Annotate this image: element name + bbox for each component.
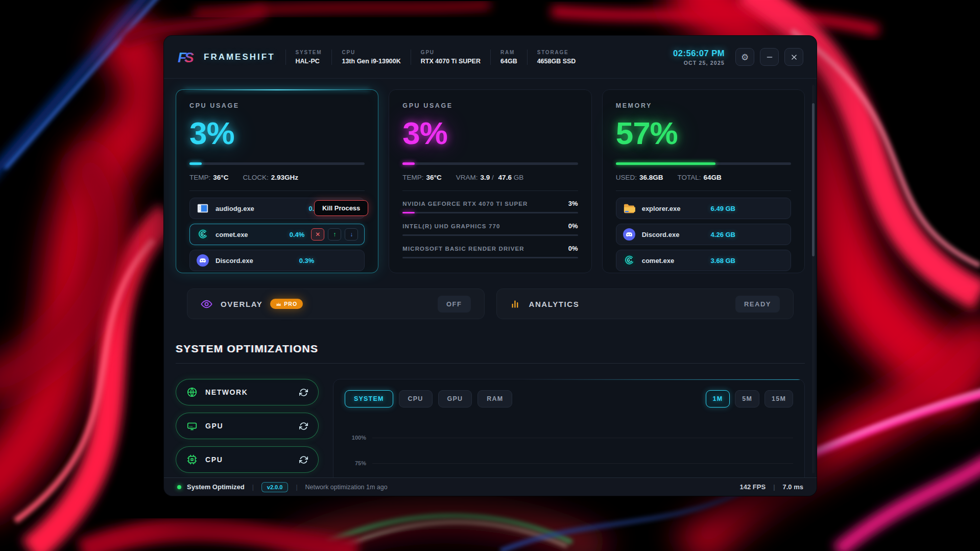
svg-text:FS: FS [178,50,194,65]
memory-row-comet[interactable]: comet.exe 3.68 GB [616,250,791,271]
fps-counter: 142 FPS [740,483,766,491]
process-name: Discord.exe [642,231,680,238]
analytics-row[interactable]: ANALYTICS READY [496,289,794,319]
cpu-progress-track [189,162,365,165]
gpu-vram: VRAM:3.9 / 47.6 GB [456,174,523,181]
tab-ram[interactable]: RAM [477,390,512,408]
overlay-state-button[interactable]: OFF [438,296,471,313]
chart-plot: 100% 75% [345,425,793,476]
overlay-label: OVERLAY [221,300,262,308]
process-row-audiodg[interactable]: audiodg.exe 0. Kill Process [189,198,365,219]
process-name: audiodg.exe [216,205,254,212]
memory-used: USED:36.8GB [616,174,663,181]
range-5m[interactable]: 5M [735,390,759,408]
spec-cpu: CPU 13th Gen i9-13900K [331,50,410,65]
kill-process-tooltip: Kill Process [314,200,368,216]
kill-process-button[interactable]: ✕ [311,228,324,241]
discord-icon [196,254,209,267]
process-value: 3.68 GB [711,257,735,265]
memory-card-title: MEMORY [616,102,791,109]
section-heading: SYSTEM OPTIMIZATIONS [176,343,805,355]
clock: 02:56:07 PM OCT 25, 2025 [673,49,725,66]
adapter-progress-fill [402,212,415,213]
range-15m[interactable]: 15M [764,390,793,408]
divider [616,190,791,191]
comet-icon [196,228,209,241]
window-scrollbar [812,85,815,473]
gridline-100: 100% [345,425,793,450]
spec-gpu: GPU RTX 4070 Ti SUPER [411,50,490,65]
overlay-row[interactable]: OVERLAY PRO OFF [187,289,485,319]
priority-up-button[interactable]: ↑ [328,228,341,241]
memory-total: TOTAL:64GB [677,174,721,181]
gpu-progress-fill [402,162,415,165]
globe-icon [186,387,198,398]
settings-button[interactable]: ⚙ [735,48,754,66]
tab-gpu[interactable]: GPU [438,390,472,408]
spec-system: SYSTEM HAL-PC [285,50,332,65]
adapter-progress-track [402,212,578,213]
cpu-percent: 3% [189,117,365,149]
cpu-temp: TEMP:36°C [189,174,228,181]
close-button[interactable] [784,48,803,66]
status-text: System Optimized [187,483,245,491]
minimize-button[interactable] [760,48,779,66]
adapter-progress-track [402,234,578,236]
optimize-network-button[interactable]: NETWORK [176,379,319,405]
memory-card: MEMORY 57% USED:36.8GB TOTAL:64GB [602,89,805,273]
eye-icon [201,298,212,310]
app-window: FS FRAMESHIFT SYSTEM HAL-PC CPU 13th Gen… [164,36,817,496]
process-value: 0. [308,205,314,212]
adapter-progress-track [402,257,578,258]
main-content: CPU USAGE 3% TEMP:36°C CLOCK:2.93GHz [164,79,817,496]
cpu-usage-card: CPU USAGE 3% TEMP:36°C CLOCK:2.93GHz [176,89,378,273]
gridline-75: 75% [345,450,793,476]
analytics-label: ANALYTICS [529,300,580,308]
gpu-card-title: GPU USAGE [402,102,578,109]
gear-icon: ⚙ [741,52,749,62]
memory-progress-fill [616,162,716,165]
analytics-state-button[interactable]: READY [735,296,780,313]
refresh-icon[interactable] [299,388,308,397]
comet-icon [623,254,636,267]
gpu-adapter-microsoft: MICROSOFT BASIC RENDER DRIVER 0% [402,245,578,258]
gpu-card-icon [186,420,198,432]
gpu-temp: TEMP:36°C [402,174,441,181]
priority-down-button[interactable]: ↓ [345,228,358,241]
spec-storage: STORAGE 4658GB SSD [527,50,586,65]
cpu-progress-fill [189,162,202,165]
optimization-buttons: NETWORK GPU [176,379,319,473]
status-dot [177,485,181,489]
process-row-discord[interactable]: Discord.exe 0.3% [189,250,365,271]
discord-icon [623,228,636,241]
range-selector: 1M 5M 15M [706,390,793,408]
tab-cpu[interactable]: CPU [399,390,433,408]
memory-percent: 57% [616,117,791,149]
gpu-progress-track [402,162,578,165]
optimize-gpu-button[interactable]: GPU [176,413,319,439]
clock-time: 02:56:07 PM [673,49,725,58]
optimize-cpu-button[interactable]: CPU [176,446,319,473]
memory-row-discord[interactable]: Discord.exe 4.26 GB [616,224,791,245]
range-1m[interactable]: 1M [706,390,730,408]
version-badge: v2.0.0 [261,482,289,492]
gpu-percent: 3% [402,117,578,149]
close-icon [791,54,798,61]
refresh-icon[interactable] [299,422,308,430]
cpu-card-title: CPU USAGE [189,102,365,109]
scrollbar-thumb[interactable] [812,103,815,256]
tab-system[interactable]: SYSTEM [345,390,393,408]
section-divider [176,363,805,364]
process-name: explorer.exe [642,205,681,212]
memory-row-explorer[interactable]: explorer.exe 6.49 GB [616,198,791,219]
process-value: 6.49 GB [711,205,735,212]
process-name: Discord.exe [216,257,253,265]
spec-ram: RAM 64GB [490,50,527,65]
bar-chart-icon [510,299,521,309]
minimize-icon [766,54,773,61]
system-specs: SYSTEM HAL-PC CPU 13th Gen i9-13900K GPU… [285,46,586,68]
cpu-clock: CLOCK:2.93GHz [243,174,298,181]
process-name: comet.exe [216,231,248,238]
process-row-comet[interactable]: comet.exe 0.4% ✕ ↑ ↓ [189,224,365,245]
refresh-icon[interactable] [299,456,308,464]
